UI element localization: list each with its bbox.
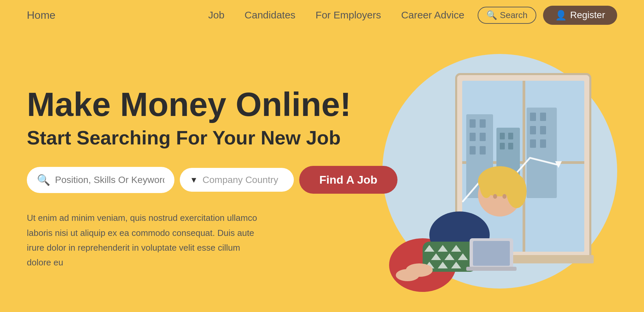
svg-rect-43 (473, 241, 510, 266)
svg-rect-10 (470, 146, 476, 154)
nav-candidates-link[interactable]: Candidates (245, 9, 296, 20)
svg-rect-11 (480, 146, 486, 154)
keyword-search-wrapper: 🔍 (27, 167, 174, 193)
nav-register-label: Register (570, 10, 605, 20)
nav-search-button[interactable]: 🔍 Search (478, 7, 536, 24)
svg-rect-6 (470, 119, 476, 128)
user-icon: 👤 (555, 10, 567, 21)
svg-rect-9 (480, 133, 486, 141)
svg-rect-15 (500, 143, 505, 149)
svg-rect-18 (530, 113, 536, 121)
svg-rect-14 (508, 133, 513, 139)
hero-subtitle: Start Searching For Your New Job (27, 126, 352, 149)
keyword-search-input[interactable] (55, 175, 164, 185)
svg-rect-20 (530, 126, 536, 134)
svg-point-50 (502, 194, 506, 199)
svg-rect-21 (540, 126, 546, 134)
svg-rect-16 (508, 143, 513, 149)
svg-rect-23 (540, 139, 546, 148)
nav-for-employers-link[interactable]: For Employers (316, 9, 381, 20)
search-bar: 🔍 ▼ Company Country United States United… (27, 166, 352, 194)
hero-content: Make Money Online! Start Searching For Y… (27, 86, 352, 270)
svg-rect-17 (527, 108, 557, 198)
svg-rect-7 (480, 119, 486, 128)
hero-section: Make Money Online! Start Searching For Y… (0, 30, 644, 312)
hero-title: Make Money Online! (27, 86, 352, 123)
country-select[interactable]: Company Country United States United Kin… (203, 175, 284, 185)
search-icon: 🔍 (486, 10, 497, 20)
nav-career-advice-link[interactable]: Career Advice (401, 9, 464, 20)
country-select-wrapper: ▼ Company Country United States United K… (180, 168, 294, 192)
nav-job-link[interactable]: Job (208, 9, 224, 20)
main-nav: Home Job Candidates For Employers Career… (0, 0, 644, 30)
svg-rect-8 (470, 133, 476, 141)
dropdown-arrow-icon: ▼ (190, 175, 198, 185)
nav-register-button[interactable]: 👤 Register (543, 6, 617, 25)
svg-rect-13 (500, 133, 505, 139)
svg-point-48 (480, 171, 493, 198)
svg-point-47 (506, 175, 527, 208)
svg-rect-44 (466, 267, 517, 271)
nav-home-link[interactable]: Home (27, 9, 55, 21)
svg-rect-19 (540, 113, 546, 121)
svg-point-41 (396, 269, 419, 281)
nav-links: Job Candidates For Employers Career Advi… (208, 9, 465, 21)
svg-point-49 (493, 194, 497, 199)
nav-search-label: Search (500, 10, 527, 20)
keyword-search-icon: 🔍 (37, 174, 50, 186)
svg-rect-22 (530, 139, 536, 148)
find-job-button[interactable]: Find A Job (299, 166, 397, 194)
hero-description: Ut enim ad minim veniam, quis nostrud ex… (27, 210, 262, 270)
